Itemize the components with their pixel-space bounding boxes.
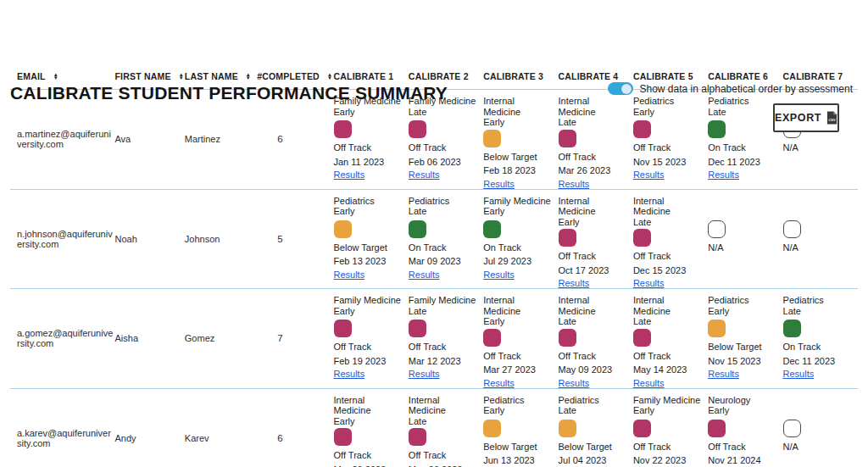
assessment-name: Internal MedicineLate — [559, 295, 628, 327]
status-label: Below Target — [483, 442, 553, 453]
status-label: Off Track — [334, 342, 403, 353]
column-header-label: FIRST NAME — [114, 71, 170, 81]
assessment-date: Jul 29 2023 — [483, 256, 553, 267]
results-link[interactable]: Results — [409, 369, 440, 379]
status-label: Below Target — [559, 442, 628, 453]
sort-icon[interactable]: ▲▼ — [246, 73, 251, 81]
table-row: a.martinez@aquiferuniversity.comAvaMarti… — [10, 90, 858, 190]
results-link[interactable]: Results — [483, 378, 515, 388]
calibrate-2-cell: Family MedicineLateOff TrackFeb 06 2023R… — [409, 90, 483, 190]
results-link[interactable]: Results — [708, 369, 739, 379]
completed-count-cell: 6 — [257, 388, 333, 467]
results-link[interactable]: Results — [633, 378, 665, 388]
calibrate-4-cell: PediatricsLateBelow TargetJul 04 2023Res… — [559, 388, 633, 467]
performance-table: EMAIL▲▼FIRST NAME▲▼LAST NAME▲▼#COMPLETED… — [10, 71, 858, 467]
status-label: Off Track — [483, 351, 553, 362]
completed-count-cell: 6 — [257, 90, 333, 190]
results-link[interactable]: Results — [559, 278, 590, 288]
assessment-name: PediatricsEarly — [483, 395, 553, 418]
status-label: On Track — [409, 242, 478, 253]
alphabetical-order-toggle[interactable] — [608, 82, 633, 95]
assessment-name: Internal MedicineEarly — [559, 196, 628, 228]
status-label: Off Track — [334, 450, 403, 461]
status-label: N/A — [783, 442, 853, 453]
status-swatch-on-track — [483, 220, 501, 238]
results-link[interactable]: Results — [334, 369, 365, 379]
calibrate-1-cell: Family MedicineEarlyOff TrackFeb 19 2023… — [334, 289, 409, 389]
calibrate-2-cell: Internal MedicineLateOff TrackMay 06 202… — [409, 388, 483, 467]
status-label: Off Track — [708, 442, 777, 453]
calibrate-4-cell: Internal MedicineLateOff TrackMar 26 202… — [559, 90, 633, 190]
status-swatch-on-track — [783, 320, 801, 337]
status-label: Below Target — [334, 242, 403, 253]
results-link[interactable]: Results — [559, 378, 590, 388]
calibrate-1-cell: PediatricsEarlyBelow TargetFeb 13 2023Re… — [334, 189, 409, 289]
status-label: Off Track — [633, 251, 703, 262]
status-label: Below Target — [483, 152, 553, 163]
calibrate-7-cell: PediatricsLateOn TrackDec 11 2023Results — [783, 289, 858, 389]
calibrate-4-cell: Internal MedicineEarlyOff TrackOct 17 20… — [559, 189, 633, 289]
assessment-name: Family MedicineEarly — [334, 295, 403, 318]
status-swatch-below-target — [483, 420, 501, 437]
assessment-date: Mar 26 2023 — [334, 464, 403, 467]
export-button[interactable]: EXPORT CSV — [773, 103, 839, 132]
email-cell: n.johnson@aquiferuniversity.com — [10, 189, 114, 289]
calibrate-3-cell: Internal MedicineEarlyBelow TargetFeb 18… — [483, 90, 558, 190]
status-label: On Track — [708, 142, 777, 153]
status-swatch-off-track — [633, 329, 651, 347]
sort-icon[interactable]: ▲▼ — [53, 73, 58, 81]
status-label: Off Track — [409, 142, 478, 153]
results-link[interactable]: Results — [783, 369, 815, 379]
sort-icon[interactable]: ▲▼ — [179, 73, 184, 81]
assessment-date: Feb 18 2023 — [483, 165, 553, 176]
alphabetical-toggle-row: Show data in alphabetical order by asses… — [608, 82, 853, 95]
results-link[interactable]: Results — [633, 170, 665, 180]
table-row: a.gomez@aquiferuniversity.comAishaGomez7… — [10, 289, 858, 389]
calibrate-6-cell: N/A — [708, 189, 782, 289]
status-swatch-na — [783, 220, 801, 238]
assessment-name: PediatricsEarly — [633, 96, 703, 119]
assessment-date: Mar 09 2023 — [409, 256, 478, 267]
assessment-name: Internal MedicineLate — [633, 295, 703, 327]
results-link[interactable]: Results — [559, 179, 590, 189]
status-label: N/A — [708, 242, 777, 253]
assessment-name: PediatricsLate — [708, 96, 777, 119]
calibrate-summary-page: CALIBRATE STUDENT PERFORMANCE SUMMARY Sh… — [0, 71, 868, 467]
table-row: a.karev@aquiferuniversity.comAndyKarev6I… — [10, 388, 858, 467]
status-swatch-off-track — [559, 229, 576, 247]
results-link[interactable]: Results — [633, 278, 665, 288]
results-link[interactable]: Results — [334, 270, 365, 280]
status-label: Off Track — [559, 351, 628, 362]
results-link[interactable]: Results — [708, 170, 739, 180]
column-header-label: EMAIL — [17, 71, 46, 81]
status-label: Off Track — [409, 450, 478, 461]
status-swatch-on-track — [708, 120, 726, 138]
assessment-name — [783, 196, 853, 219]
assessment-name: PediatricsEarly — [334, 196, 403, 219]
assessment-date: Dec 11 2023 — [708, 157, 777, 168]
calibrate-4-cell: Internal MedicineLateOff TrackMay 09 202… — [559, 289, 633, 389]
status-label: Off Track — [559, 251, 628, 262]
last-name-cell: Martinez — [185, 90, 257, 190]
status-swatch-off-track — [708, 420, 726, 437]
last-name-cell: Karev — [185, 388, 257, 467]
email-cell: a.gomez@aquiferuniversity.com — [10, 289, 114, 389]
results-link[interactable]: Results — [409, 170, 440, 180]
status-label: N/A — [783, 242, 853, 253]
results-link[interactable]: Results — [483, 270, 515, 280]
first-name-cell: Aisha — [114, 289, 184, 389]
assessment-date: Nov 21 2024 — [708, 455, 777, 466]
results-link[interactable]: Results — [409, 270, 440, 280]
assessment-name: Internal MedicineEarly — [483, 96, 553, 128]
sort-icon[interactable]: ▲▼ — [327, 73, 332, 81]
column-header-label: CALIBRATE 5 — [633, 71, 693, 81]
results-link[interactable]: Results — [334, 170, 365, 180]
completed-count-cell: 5 — [257, 189, 333, 289]
assessment-name: Family MedicineEarly — [633, 395, 703, 418]
status-swatch-off-track — [559, 130, 576, 147]
calibrate-3-cell: Internal MedicineEarlyOff TrackMar 27 20… — [483, 289, 558, 389]
calibrate-1-cell: Internal MedicineEarlyOff TrackMar 26 20… — [334, 388, 409, 467]
results-link[interactable]: Results — [483, 179, 515, 189]
status-label: Off Track — [559, 152, 628, 163]
calibrate-3-cell: PediatricsEarlyBelow TargetJun 13 2023Re… — [483, 388, 558, 467]
